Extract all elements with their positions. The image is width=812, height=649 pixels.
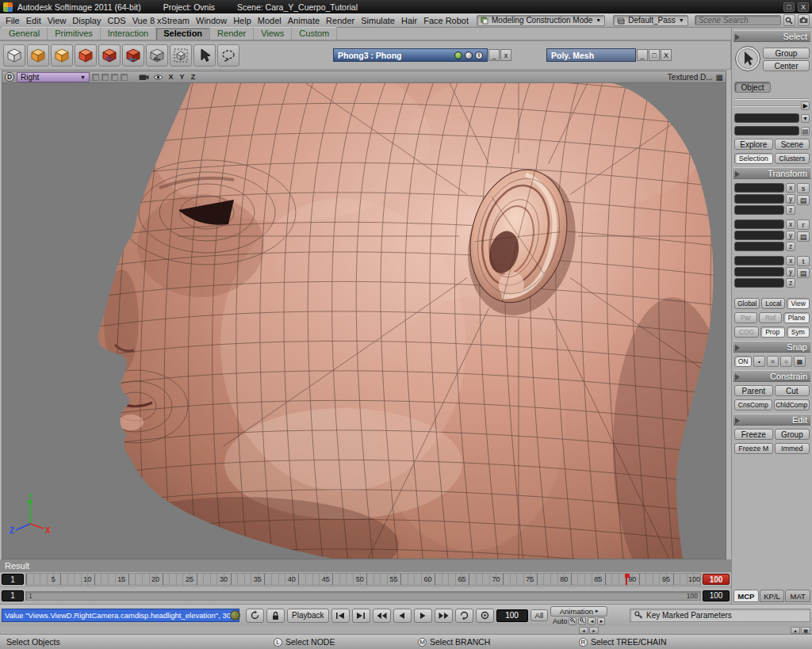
tab-render[interactable]: Render bbox=[210, 27, 254, 40]
camera-memo-slot[interactable] bbox=[121, 74, 128, 81]
menu-model[interactable]: Model bbox=[255, 16, 285, 25]
ref-mode-button[interactable]: Ref bbox=[759, 312, 782, 323]
menu-file[interactable]: File bbox=[2, 16, 23, 25]
timeline-end-field[interactable]: 100 bbox=[703, 574, 730, 585]
translate-y-button[interactable]: y bbox=[786, 267, 795, 277]
group-edit-button[interactable]: Group bbox=[775, 429, 810, 440]
tab-selection[interactable]: Selection bbox=[156, 27, 210, 40]
explore-button[interactable]: Explore bbox=[734, 139, 773, 150]
prev-key-arrow-icon[interactable]: ◂ bbox=[588, 617, 596, 625]
selection-button[interactable]: Selection bbox=[734, 153, 773, 164]
search-icon[interactable] bbox=[783, 14, 795, 26]
grid-toggle-icon[interactable]: ▦ bbox=[716, 73, 723, 82]
axis-toggle-z[interactable]: Z bbox=[189, 73, 197, 81]
view-mode-button[interactable]: View bbox=[787, 298, 810, 309]
menu-cds[interactable]: CDS bbox=[104, 16, 128, 25]
cnscomp-button[interactable]: CnsComp bbox=[734, 399, 772, 410]
viewport[interactable]: Y Z X bbox=[2, 83, 726, 559]
eye-icon[interactable] bbox=[152, 72, 164, 82]
menu-edit[interactable]: Edit bbox=[23, 16, 44, 25]
menu-window[interactable]: Window bbox=[193, 16, 230, 25]
rotate-y-field[interactable] bbox=[734, 231, 784, 240]
animation-menu-button[interactable]: Animation ▸ bbox=[550, 606, 607, 617]
scale-y-field[interactable] bbox=[734, 194, 784, 204]
expand-arrow-icon[interactable]: ▶ bbox=[801, 101, 810, 110]
first-frame-button[interactable] bbox=[373, 609, 391, 623]
scale-mode-button[interactable]: s bbox=[797, 183, 810, 193]
rotate-x-button[interactable]: x bbox=[786, 220, 795, 229]
scale-x-button[interactable]: x bbox=[786, 183, 795, 193]
render-pass-dropdown[interactable]: Default_Pass ▼ bbox=[613, 15, 688, 26]
phong-close-button[interactable]: x bbox=[500, 49, 511, 61]
tab-views[interactable]: Views bbox=[254, 27, 292, 40]
translate-x-field[interactable] bbox=[734, 256, 784, 265]
select-object-icon[interactable] bbox=[146, 44, 168, 67]
par-mode-button[interactable]: Par bbox=[734, 312, 757, 323]
axis-toggle-x[interactable]: X bbox=[167, 73, 175, 81]
info-icon[interactable]: i bbox=[475, 52, 483, 59]
camera-memo-slot[interactable] bbox=[102, 74, 109, 81]
select-section-header[interactable]: Select bbox=[733, 30, 810, 42]
select-raycast-icon[interactable] bbox=[27, 44, 49, 67]
render-preview-icon[interactable] bbox=[454, 52, 462, 59]
last-frame-button[interactable] bbox=[435, 609, 453, 623]
menu-simulate[interactable]: Simulate bbox=[358, 16, 398, 25]
key-marked-parameters-field[interactable]: Key Marked Parameters bbox=[630, 609, 810, 622]
play-forward-button[interactable] bbox=[414, 609, 432, 623]
polymesh-minimize-button[interactable]: _ bbox=[637, 49, 648, 61]
translate-z-field[interactable] bbox=[734, 278, 784, 288]
display-mode-menu[interactable]: Textured D... bbox=[668, 73, 713, 82]
cog-button[interactable]: COG bbox=[734, 326, 759, 338]
global-mode-button[interactable]: Global bbox=[734, 298, 760, 309]
current-frame-field[interactable]: 100 bbox=[496, 609, 528, 622]
timeline-start-field[interactable]: 1 bbox=[2, 574, 24, 585]
translate-x-button[interactable]: x bbox=[786, 256, 795, 265]
range-end-field[interactable]: 100 bbox=[703, 590, 730, 601]
lock-icon[interactable] bbox=[266, 609, 285, 623]
maximize-button[interactable]: □ bbox=[783, 2, 795, 12]
menu-help[interactable]: Help bbox=[230, 16, 255, 25]
phong-minimize-button[interactable]: _ bbox=[488, 49, 500, 61]
freeze-m-button[interactable]: Freeze M bbox=[734, 443, 773, 454]
scene-button[interactable]: Scene bbox=[775, 139, 810, 150]
snap-point-icon[interactable]: • bbox=[753, 356, 765, 367]
prop-button[interactable]: Prop bbox=[760, 326, 785, 338]
tab-interaction[interactable]: Interaction bbox=[101, 27, 156, 40]
immed-button[interactable]: Immed bbox=[775, 443, 810, 454]
prev-keyframe-button[interactable] bbox=[331, 609, 350, 623]
construction-mode-dropdown[interactable]: Modeling Construction Mode ▼ bbox=[477, 15, 605, 26]
parent-constraint-button[interactable]: Parent bbox=[734, 385, 773, 396]
scale-options-icon[interactable]: ▤ bbox=[797, 195, 810, 205]
selection-filter-field[interactable] bbox=[734, 126, 799, 136]
tab-kpl[interactable]: KP/L bbox=[760, 590, 785, 602]
menu-hair[interactable]: Hair bbox=[398, 16, 420, 25]
camera-memo-slot[interactable] bbox=[111, 74, 118, 81]
command-options-icon[interactable] bbox=[230, 610, 240, 620]
constrain-section-header[interactable]: Constrain bbox=[733, 370, 810, 382]
select-freeform-icon[interactable] bbox=[51, 44, 73, 67]
clusters-button[interactable]: Clusters bbox=[775, 153, 810, 164]
object-filter-button[interactable]: Object bbox=[734, 82, 771, 93]
tab-custom[interactable]: Custom bbox=[292, 27, 337, 40]
snap-region-icon[interactable]: ○ bbox=[780, 356, 792, 367]
camera-icon[interactable] bbox=[138, 72, 150, 82]
tab-mcp[interactable]: MCP bbox=[733, 590, 759, 602]
polymesh-close-button[interactable]: X bbox=[661, 49, 672, 61]
range-track[interactable]: 1 100 bbox=[25, 591, 701, 601]
select-rectangle-icon[interactable] bbox=[3, 44, 25, 67]
tab-mat[interactable]: MAT bbox=[785, 590, 810, 602]
menu-face-robot[interactable]: Face Robot bbox=[420, 16, 472, 25]
playhead[interactable] bbox=[626, 574, 627, 585]
rotate-mode-button[interactable]: r bbox=[797, 220, 810, 230]
select-lasso-icon[interactable] bbox=[217, 44, 239, 67]
rotate-z-field[interactable] bbox=[734, 242, 784, 251]
freeze-button[interactable]: Freeze bbox=[734, 429, 773, 440]
command-line-input[interactable]: Value "Views.ViewD.RightCamera.camdisp.h… bbox=[2, 609, 239, 622]
menu-animate[interactable]: Animate bbox=[285, 16, 323, 25]
next-keyframe-button[interactable] bbox=[352, 609, 370, 623]
rotate-y-button[interactable]: y bbox=[786, 231, 795, 240]
tab-primitives[interactable]: Primitives bbox=[48, 27, 101, 40]
play-reverse-button[interactable] bbox=[393, 609, 412, 623]
scale-z-button[interactable]: z bbox=[786, 205, 795, 215]
scroll-right-icon[interactable]: ▸ bbox=[589, 627, 599, 634]
